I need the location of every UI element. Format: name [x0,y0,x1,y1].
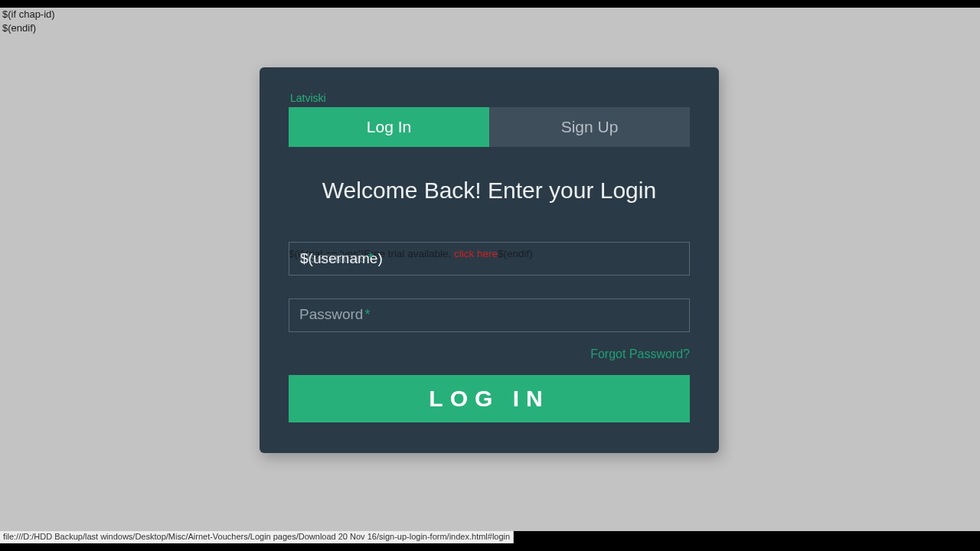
username-input[interactable] [289,242,690,276]
login-button[interactable]: LOG IN [289,375,690,422]
login-card: Latviski Log In Sign Up Welcome Back! En… [260,67,719,453]
template-directives: $(if chap-id) $(endif) [2,8,55,34]
tab-login[interactable]: Log In [289,107,489,147]
page-body: $(if chap-id) $(endif) Latviski Log In S… [0,8,980,531]
password-input[interactable] [289,298,690,332]
username-wrap: Username* [289,242,690,276]
auth-tabs: Log In Sign Up [289,107,690,147]
tab-signup[interactable]: Sign Up [489,107,690,147]
template-line-1: $(if chap-id) [2,8,55,21]
forgot-password-link[interactable]: Forgot Password? [289,347,690,361]
password-wrap: Password* [289,298,690,332]
browser-status-bar: file:///D:/HDD Backup/last windows/Deskt… [0,531,514,543]
template-line-2: $(endif) [2,21,55,35]
window-top-bar [0,0,980,8]
welcome-heading: Welcome Back! Enter your Login [289,178,690,204]
language-link[interactable]: Latviski [289,92,690,104]
